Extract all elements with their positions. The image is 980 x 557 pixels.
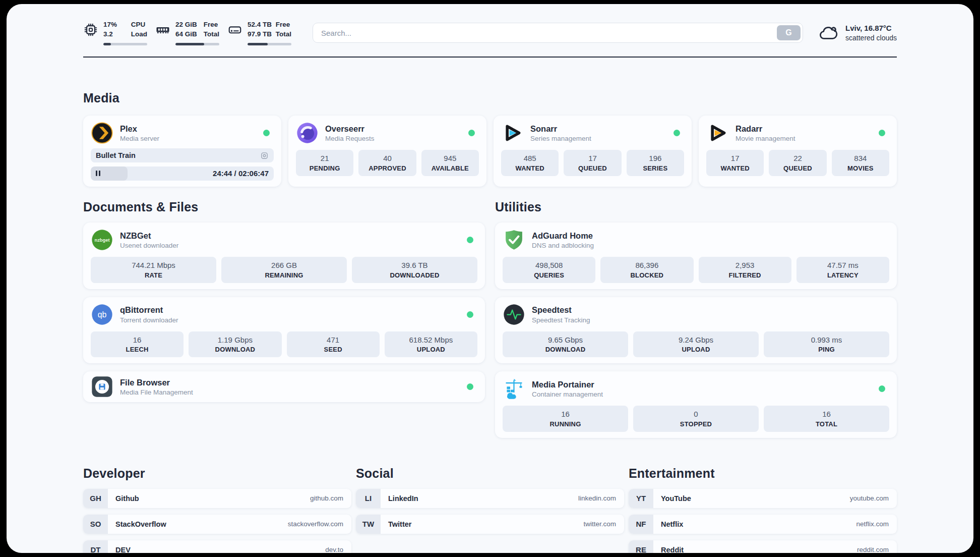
stat-running: 16 RUNNING <box>503 406 628 432</box>
app-subtitle: Media Requests <box>325 135 468 142</box>
app-card-radarr[interactable]: Radarr Movie management 17 WANTED 22 QUE… <box>699 116 897 187</box>
stat-ping: 0.993 ms PING <box>764 331 889 358</box>
bookmark-dev[interactable]: DT DEV dev.to <box>83 540 351 553</box>
status-dot <box>879 385 885 392</box>
app-subtitle: Media File Management <box>120 388 467 396</box>
app-card-portainer[interactable]: Media Portainer Container management 16 … <box>495 371 897 438</box>
bookmark-abbr: LI <box>356 489 381 508</box>
app-subtitle: Speedtest Tracking <box>532 316 889 324</box>
bookmark-url: youtube.com <box>850 494 889 502</box>
app-subtitle: DNS and adblocking <box>532 242 889 249</box>
plex-icon <box>91 122 113 144</box>
app-name: Radarr <box>736 124 879 134</box>
bookmark-name: StackOverflow <box>115 520 166 528</box>
app-subtitle: Torrent downloader <box>120 316 467 324</box>
disk-total-label: Total <box>276 30 291 39</box>
bookmark-linkedin[interactable]: LI LinkedIn linkedin.com <box>356 489 624 508</box>
stat-total: 16 TOTAL <box>764 406 889 432</box>
bookmark-name: DEV <box>115 546 131 553</box>
status-dot <box>467 311 473 318</box>
stat-approved: 40 APPROVED <box>358 150 416 176</box>
app-card-sonarr[interactable]: Sonarr Series management 485 WANTED 17 Q… <box>494 116 692 187</box>
bookmark-url: stackoverflow.com <box>288 520 343 528</box>
stat-wanted: 17 WANTED <box>706 150 764 176</box>
stat-remaining: 266 GB REMAINING <box>221 257 347 283</box>
header-divider <box>83 57 897 58</box>
bookmark-youtube[interactable]: YT YouTube youtube.com <box>629 489 897 508</box>
cloud-icon <box>818 22 839 43</box>
disk-total-value: 97.9 TB <box>248 30 272 39</box>
bookmark-reddit[interactable]: RE Reddit reddit.com <box>629 540 897 553</box>
radarr-icon <box>706 122 729 144</box>
adguard-icon <box>503 229 525 251</box>
portainer-icon <box>503 377 525 400</box>
ram-progress-fill <box>175 43 204 45</box>
top-bar: 17% 3.2 CPU Load <box>83 4 897 47</box>
cpu-progress-bar <box>103 43 147 45</box>
app-card-overseerr[interactable]: Overseerr Media Requests 21 PENDING 40 A… <box>288 116 486 187</box>
utilities-column: Utilities <box>495 200 897 438</box>
weather-widget: Lviv, 16.87°C scattered clouds <box>818 22 897 43</box>
app-subtitle: Movie management <box>736 135 879 142</box>
section-title-media: Media <box>83 91 897 105</box>
app-card-plex[interactable]: Plex Media server Bullet Train <box>83 116 281 187</box>
cpu-monitor-widget: 17% 3.2 CPU Load <box>83 20 147 45</box>
cpu-icon <box>83 22 98 37</box>
playback-time: 24:44 / 02:06:47 <box>213 166 269 181</box>
stat-upload: 618.52 Mbps UPLOAD <box>385 331 477 358</box>
bookmark-url: dev.to <box>325 546 343 553</box>
stat-stopped: 0 STOPPED <box>633 406 759 432</box>
now-playing-row: Bullet Train <box>91 148 274 162</box>
bookmark-twitter[interactable]: TW Twitter twitter.com <box>356 515 624 534</box>
section-title-utilities: Utilities <box>495 200 897 214</box>
bookmark-url: reddit.com <box>857 546 889 553</box>
bookmark-abbr: DT <box>83 540 108 553</box>
ram-total-value: 64 GiB <box>175 30 197 39</box>
app-name: Plex <box>120 124 263 134</box>
app-name: Sonarr <box>530 124 673 134</box>
bookmark-name: Github <box>115 494 139 503</box>
app-subtitle: Series management <box>530 135 673 142</box>
social-column: Social LI LinkedIn linkedin.com TW Twitt… <box>356 466 624 553</box>
ram-total-label: Total <box>204 30 219 39</box>
app-name: Overseerr <box>325 124 468 134</box>
bookmark-netflix[interactable]: NF Netflix netflix.com <box>629 515 897 534</box>
search-input[interactable] <box>313 23 803 43</box>
cpu-progress-fill <box>103 43 111 45</box>
app-card-filebrowser[interactable]: File Browser Media File Management <box>83 371 485 402</box>
bookmark-stackoverflow[interactable]: SO StackOverflow stackoverflow.com <box>83 515 351 534</box>
app-name: Speedtest <box>532 305 889 315</box>
stat-download: 1.19 Gbps DOWNLOAD <box>189 331 281 358</box>
app-card-speedtest[interactable]: Speedtest Speedtest Tracking 9.65 Gbps D… <box>495 297 897 364</box>
stat-available: 945 AVAILABLE <box>421 150 479 176</box>
app-card-adguard[interactable]: AdGuard Home DNS and adblocking 498,508 … <box>495 222 897 289</box>
developer-column: Developer GH Github github.com SO StackO… <box>83 466 351 553</box>
app-name: Media Portainer <box>532 379 879 390</box>
weather-location-temp: Lviv, 16.87°C <box>845 23 897 33</box>
stat-latency: 47.57 ms LATENCY <box>797 257 889 283</box>
stat-download: 9.65 Gbps DOWNLOAD <box>503 331 628 358</box>
bookmark-github[interactable]: GH Github github.com <box>83 489 351 508</box>
app-name: AdGuard Home <box>532 231 889 241</box>
app-card-nzbget[interactable]: nzbget NZBGet Usenet downloader 74 <box>83 222 485 289</box>
app-subtitle: Media server <box>120 135 263 142</box>
status-dot <box>467 383 473 390</box>
bookmark-url: github.com <box>310 494 343 502</box>
cpu-usage-value: 17% <box>103 20 117 30</box>
stat-upload: 9.24 Gbps UPLOAD <box>633 331 759 358</box>
disk-free-value: 52.4 TB <box>248 20 272 30</box>
stat-pending: 21 PENDING <box>296 150 353 176</box>
search-engine-button[interactable]: G <box>777 25 801 40</box>
status-dot <box>879 130 885 136</box>
search-bar: G <box>313 23 803 43</box>
section-title-social: Social <box>356 466 624 481</box>
app-card-qbittorrent[interactable]: qb qBittorrent Torrent downloader <box>83 297 485 364</box>
weather-condition: scattered clouds <box>845 33 897 42</box>
documents-column: Documents & Files nzbget <box>83 200 485 402</box>
dashboard-panel: 17% 3.2 CPU Load <box>7 4 973 553</box>
status-dot <box>673 130 680 136</box>
cpu-load-value: 3.2 <box>103 30 117 39</box>
bookmark-abbr: TW <box>356 515 381 534</box>
app-subtitle: Container management <box>532 391 879 398</box>
stat-queries: 498,508 QUERIES <box>503 257 595 283</box>
